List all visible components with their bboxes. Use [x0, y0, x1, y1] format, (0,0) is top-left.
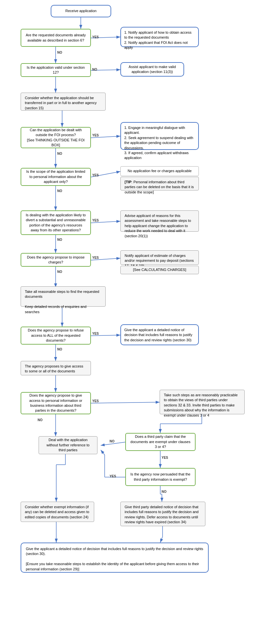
- label-no-q3: NO: [57, 152, 62, 155]
- r2-box: Assist applicant to make valid applicati…: [120, 62, 184, 77]
- r2-label: Assist applicant to make valid applicati…: [125, 64, 180, 75]
- label-yes-q7: YES: [92, 332, 99, 335]
- r1-box: 1. Notify applicant of how to obtain acc…: [120, 27, 199, 47]
- label-no-q2: NO: [92, 68, 97, 71]
- r7-box: Give the applicant a detailed notice of …: [120, 324, 199, 345]
- q4-box: Is the scope of the application limited …: [21, 168, 91, 186]
- r1-label: 1. Notify applicant of how to obtain acc…: [124, 30, 195, 50]
- r3-box: 1. Engage in meaningful dialogue with ap…: [120, 122, 199, 150]
- label-no-q9: NO: [110, 439, 114, 443]
- q5-box: Is dealing with the application likely t…: [21, 210, 91, 235]
- q3-label: Can the application be dealt with outsid…: [25, 128, 86, 148]
- s5-box: Consider whether exempt information (if …: [21, 502, 94, 522]
- s1-box: Consider whether the application should …: [21, 93, 106, 111]
- label-yes-q6: YES: [92, 256, 99, 259]
- s1-label: Consider whether the application should …: [25, 96, 101, 111]
- r5-box: Advise applicant of reasons for this ass…: [120, 210, 199, 232]
- label-yes-q4: YES: [92, 173, 99, 177]
- q7-box: Does the agency propose to refuse access…: [21, 327, 91, 345]
- label-yes-q3: YES: [92, 134, 99, 137]
- q10-box: Is the agency now persuaded that the thi…: [125, 468, 196, 486]
- r8-box: Take such steps as are reasonably practi…: [160, 390, 245, 414]
- receive-box: Receive application: [51, 5, 111, 17]
- label-no-q6: NO: [57, 270, 62, 274]
- q8-label: Does the agency propose to give access t…: [25, 393, 86, 413]
- label-yes-q9: YES: [162, 456, 168, 459]
- r5-label: Advise applicant of reasons for this ass…: [125, 213, 195, 239]
- q9-box: Does a third party claim that the docume…: [125, 433, 196, 451]
- svg-line-37: [160, 537, 163, 543]
- r3-label: 1. Engage in meaningful dialogue with ap…: [124, 125, 195, 161]
- r4b-label: [TIP: Personal information about third p…: [125, 180, 195, 195]
- r6b-label: [See CALCULATING CHARGES]: [133, 267, 186, 272]
- q6-label: Does the agency propose to impose charge…: [25, 255, 86, 265]
- final-box: Give the applicant a detailed notice of …: [21, 543, 209, 573]
- r6b-box: [See CALCULATING CHARGES]: [120, 266, 199, 274]
- q8-box: Does the agency propose to give access t…: [21, 392, 91, 414]
- q2-box: Is the application valid under section 1…: [21, 63, 91, 77]
- q1-box: Are the requested documents already avai…: [21, 29, 91, 47]
- label-no-q1: NO: [57, 51, 62, 54]
- s5-label: Consider whether exempt information (if …: [25, 505, 90, 520]
- label-no-q8: NO: [38, 418, 43, 422]
- r4a-label: No application fee or charges applicable: [128, 169, 192, 173]
- r10-label: Give third party detailed notice of deci…: [125, 505, 201, 525]
- r10-box: Give third party detailed notice of deci…: [120, 502, 205, 526]
- label-no-q5: NO: [57, 238, 62, 241]
- svg-line-19: [91, 402, 160, 403]
- final-label: Give the applicant a detailed notice of …: [26, 546, 203, 572]
- s3-label: The agency proposes to give access to so…: [25, 364, 87, 374]
- s2-box: Take all reasonable steps to find the re…: [21, 286, 106, 307]
- r7-label: Give the applicant a detailed notice of …: [124, 328, 195, 343]
- label-yes-q1: YES: [92, 35, 99, 39]
- label-no-q10: NO: [162, 490, 166, 493]
- svg-line-28: [101, 450, 105, 455]
- label-no-q7: NO: [57, 348, 62, 351]
- receive-label: Receive application: [65, 9, 96, 13]
- q10-label: Is the agency now persuaded that the thi…: [130, 472, 191, 482]
- label-yes-q8: YES: [92, 399, 99, 403]
- r8-label: Take such steps as are reasonably practi…: [164, 393, 240, 418]
- s4-box: Deal with the application without furthe…: [39, 436, 97, 454]
- label-yes-q5: YES: [92, 219, 99, 222]
- q5-label: Is dealing with the application likely t…: [25, 213, 86, 233]
- q4-label: Is the scope of the application limited …: [25, 169, 86, 184]
- q7-label: Does the agency propose to refuse access…: [25, 328, 86, 343]
- q2-label: Is the application valid under section 1…: [25, 65, 86, 75]
- s2-label: Take all reasonable steps to find the re…: [25, 289, 101, 314]
- r6a-box: Notify applicant of estimate of charges …: [120, 250, 199, 265]
- r4b-box: [TIP: Personal information about third p…: [120, 177, 199, 190]
- q9-label: Does a third party claim that the docume…: [130, 434, 191, 449]
- q3-box: Can the application be dealt with outsid…: [21, 127, 91, 148]
- label-yes-q10: YES: [110, 474, 116, 478]
- label-no-q4: NO: [57, 189, 62, 193]
- q6-box: Does the agency propose to impose charge…: [21, 253, 91, 267]
- q1-label: Are the requested documents already avai…: [25, 33, 86, 43]
- r4a-box: No application fee or charges applicable: [120, 166, 199, 176]
- s4-label: Deal with the application without furthe…: [43, 438, 93, 453]
- s3-box: The agency proposes to give access to so…: [21, 361, 91, 375]
